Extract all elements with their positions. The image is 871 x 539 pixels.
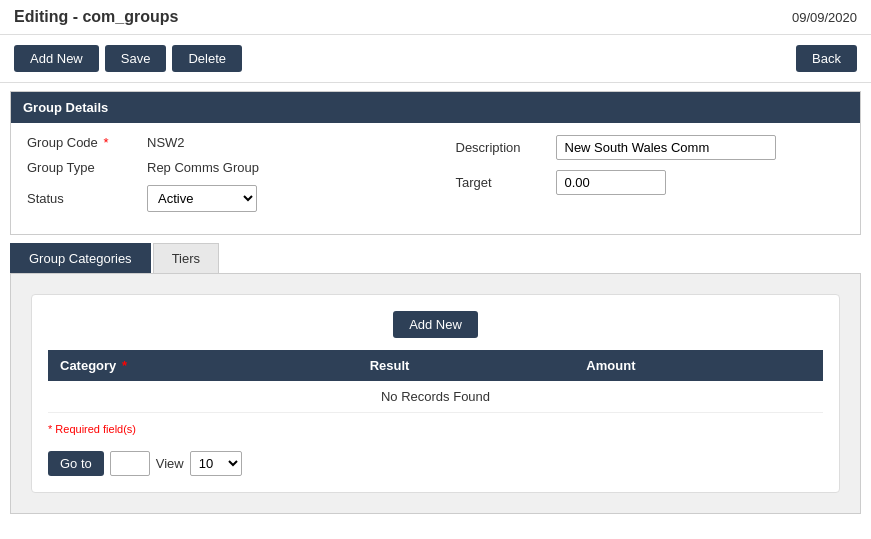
required-note: * Required field(s) <box>48 423 136 435</box>
page-date: 09/09/2020 <box>792 10 857 25</box>
tab-group-categories[interactable]: Group Categories <box>10 243 151 273</box>
inner-toolbar: Add New <box>48 311 823 338</box>
toolbar: Add New Save Delete Back <box>0 35 871 83</box>
description-row: Description <box>456 135 845 160</box>
page-header: Editing - com_groups 09/09/2020 <box>0 0 871 35</box>
no-records-cell: No Records Found <box>48 381 823 413</box>
description-label: Description <box>456 140 556 155</box>
group-code-row: Group Code * NSW2 <box>27 135 416 150</box>
details-form: Group Code * NSW2 Group Type Rep Comms G… <box>27 135 844 222</box>
col-category: Category * <box>48 350 358 381</box>
col-amount: Amount <box>574 350 823 381</box>
toolbar-left: Add New Save Delete <box>14 45 242 72</box>
status-select[interactable]: Active Inactive <box>147 185 257 212</box>
page-title: Editing - com_groups <box>14 8 178 26</box>
col-required-star: * <box>122 358 127 373</box>
group-type-row: Group Type Rep Comms Group <box>27 160 416 175</box>
pagination-controls: Go to View 10 25 50 100 <box>48 451 823 476</box>
toolbar-right: Back <box>796 45 857 72</box>
target-row: Target <box>456 170 845 195</box>
description-input[interactable] <box>556 135 776 160</box>
target-input[interactable] <box>556 170 666 195</box>
required-star: * <box>100 135 109 150</box>
group-code-value: NSW2 <box>147 135 307 150</box>
page-number-input[interactable] <box>110 451 150 476</box>
status-label: Status <box>27 191 147 206</box>
group-type-value: Rep Comms Group <box>147 160 307 175</box>
section-body: Group Code * NSW2 Group Type Rep Comms G… <box>11 123 860 234</box>
tab-content-group-categories: Add New Category * Result Amount No Reco… <box>10 274 861 514</box>
view-label: View <box>156 456 184 471</box>
form-left-col: Group Code * NSW2 Group Type Rep Comms G… <box>27 135 416 222</box>
categories-add-new-button[interactable]: Add New <box>393 311 478 338</box>
target-label: Target <box>456 175 556 190</box>
add-new-button[interactable]: Add New <box>14 45 99 72</box>
table-row-no-records: No Records Found <box>48 381 823 413</box>
back-button[interactable]: Back <box>796 45 857 72</box>
view-select[interactable]: 10 25 50 100 <box>190 451 242 476</box>
tabs-row: Group Categories Tiers <box>10 243 861 274</box>
group-type-label: Group Type <box>27 160 147 175</box>
save-button[interactable]: Save <box>105 45 167 72</box>
status-row: Status Active Inactive <box>27 185 416 212</box>
delete-button[interactable]: Delete <box>172 45 242 72</box>
col-result: Result <box>358 350 575 381</box>
tab-tiers[interactable]: Tiers <box>153 243 219 273</box>
categories-table: Category * Result Amount No Records Foun… <box>48 350 823 413</box>
table-header: Category * Result Amount <box>48 350 823 381</box>
go-to-button[interactable]: Go to <box>48 451 104 476</box>
categories-inner-panel: Add New Category * Result Amount No Reco… <box>31 294 840 493</box>
group-code-label: Group Code * <box>27 135 147 150</box>
pagination-row: * Required field(s) <box>48 423 823 441</box>
group-details-panel: Group Details Group Code * NSW2 Group Ty… <box>10 91 861 235</box>
table-body: No Records Found <box>48 381 823 413</box>
section-header: Group Details <box>11 92 860 123</box>
form-right-col: Description Target <box>416 135 845 222</box>
